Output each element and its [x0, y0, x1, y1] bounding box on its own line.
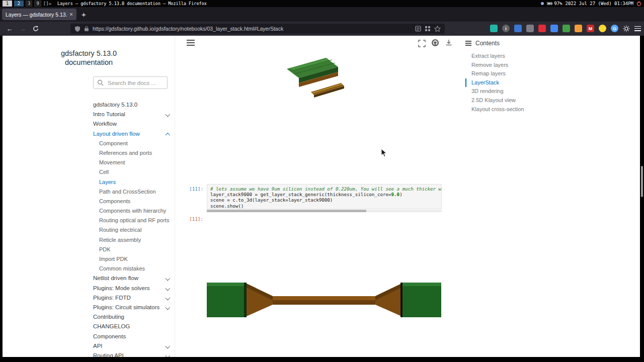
- sidebar-item-import-pdk[interactable]: Import PDK: [93, 254, 171, 264]
- tab-title: Layers — gdsfactory 5.13.0: [6, 12, 67, 18]
- url-text[interactable]: https://gdsfactory.github.io/gdsfactory/…: [93, 26, 412, 32]
- extension-icon-1[interactable]: [490, 25, 498, 32]
- sidebar-item-reticle-assembly[interactable]: Reticle assembly: [93, 235, 171, 245]
- chevron-down-icon[interactable]: [165, 343, 170, 348]
- sidebar-item-routing-electrical[interactable]: Routing electrical: [93, 225, 171, 235]
- chevron-down-icon[interactable]: [165, 295, 170, 300]
- system-tray: 97% 2022 Jul 27 (Wed) 01:34PM: [541, 1, 641, 6]
- extension-icon-8[interactable]: [575, 25, 582, 32]
- sidebar-item-layout-driven-flow[interactable]: Layout driven flow: [93, 129, 171, 139]
- doc-sidebar: gdsfactory 5.13.0 documentation gdsfacto…: [3, 36, 175, 357]
- workspace-3[interactable]: 3: [26, 1, 32, 7]
- toc-item-remove-layers[interactable]: Remove layers: [465, 61, 616, 70]
- chip-3d-render: [282, 52, 357, 108]
- extension-icon-7[interactable]: [562, 25, 570, 32]
- extension-icon-2[interactable]: i: [502, 25, 510, 32]
- doc-page: gdsfactory 5.13.0 documentation gdsfacto…: [3, 36, 640, 357]
- workspace-1[interactable]: 1: [3, 1, 12, 7]
- scrollbar-thumb[interactable]: [207, 210, 366, 212]
- window-title: Layers — gdsfactory 5.13.0 documentation…: [57, 1, 207, 6]
- extension-icon-9[interactable]: M: [587, 25, 594, 32]
- toc-item-layerstack[interactable]: LayerStack: [465, 78, 616, 87]
- sidebar-item-components-ref[interactable]: Components: [93, 332, 171, 341]
- sidebar-toggle-icon[interactable]: [187, 40, 195, 47]
- sidebar-item-intro-tutorial[interactable]: Intro Tutorial: [93, 110, 171, 119]
- sidebar-item-movement[interactable]: Movement: [93, 158, 171, 167]
- extension-icon-11[interactable]: G: [611, 25, 618, 32]
- sidebar-item-routing-api[interactable]: Routing API: [93, 351, 171, 357]
- extension-icon-5[interactable]: [538, 25, 546, 32]
- lock-icon[interactable]: [84, 26, 89, 32]
- battery-indicator: 97%: [547, 1, 562, 6]
- toc-item-extract-layers[interactable]: Extract layers: [465, 52, 616, 61]
- workspace-9[interactable]: 9: [34, 1, 41, 7]
- back-button[interactable]: ←: [4, 22, 15, 36]
- reload-button[interactable]: [30, 22, 41, 36]
- toc-item-remap-layers[interactable]: Remap layers: [465, 69, 616, 78]
- toc-header: Contents: [465, 39, 616, 47]
- chevron-down-icon[interactable]: [165, 112, 170, 117]
- power-icon[interactable]: [636, 1, 641, 6]
- clock: 2022 Jul 27 (Wed) 01:34PM: [566, 1, 633, 6]
- sidebar-item-changelog[interactable]: CHANGELOG: [93, 322, 171, 331]
- sidebar-item-path-crosssection[interactable]: Path and CrossSection: [93, 187, 171, 197]
- code-horizontal-scrollbar[interactable]: [207, 210, 442, 212]
- code-cell: # lets assume we have 9um silicon instea…: [207, 184, 442, 209]
- sidebar-item-common-mistakes[interactable]: Common mistakes: [93, 264, 171, 274]
- sidebar-item-gdsfactory[interactable]: gdsfactory 5.13.0: [93, 100, 171, 110]
- site-title[interactable]: gdsfactory 5.13.0 documentation: [3, 49, 175, 67]
- browser-viewport: gdsfactory 5.13.0 documentation gdsfacto…: [0, 36, 644, 357]
- extension-icon-4[interactable]: [526, 25, 534, 32]
- brightness-icon[interactable]: [623, 25, 630, 32]
- page-vertical-scrollbar[interactable]: [641, 166, 643, 197]
- cell-output-prompt: [11]:: [180, 216, 203, 222]
- extension-icon-10[interactable]: [599, 25, 606, 32]
- sidebar-item-cell[interactable]: Cell: [93, 167, 171, 177]
- fullscreen-icon[interactable]: [418, 40, 426, 47]
- extension-icon-6[interactable]: [550, 25, 558, 32]
- sidebar-item-component[interactable]: Component: [93, 139, 171, 148]
- menu-button[interactable]: [634, 25, 641, 32]
- toc-item-25d-klayout-view[interactable]: 2.5D Klayout view: [465, 96, 616, 105]
- sidebar-item-plugins-circuit-simulators[interactable]: Plugins: Circuit simulators: [93, 303, 171, 312]
- chevron-down-icon[interactable]: [165, 276, 170, 281]
- toc-item-klayout-cross-section[interactable]: Klayout cross-section: [465, 105, 616, 114]
- sidebar-item-plugins-fdtd[interactable]: Plugins: FDTD: [93, 293, 171, 303]
- sidebar-item-components[interactable]: Components: [93, 197, 171, 206]
- extension-icon-3[interactable]: [514, 25, 522, 32]
- bookmark-star-icon[interactable]: [434, 26, 441, 32]
- chevron-down-icon[interactable]: [165, 353, 170, 357]
- battery-icon: [547, 2, 552, 5]
- workspace-2[interactable]: 2: [14, 1, 24, 7]
- sidebar-item-pdk[interactable]: PDK: [93, 245, 171, 254]
- desktop: 1 2 3 9 []= Layers — gdsfactory 5.13.0 d…: [0, 0, 644, 362]
- search-box[interactable]: [93, 76, 168, 89]
- sidebar-item-layers[interactable]: Layers: [93, 177, 171, 187]
- toc-item-3d-rendering[interactable]: 3D rendering: [465, 87, 616, 96]
- sidebar-item-contributing[interactable]: Contributing: [93, 312, 171, 322]
- browser-tab[interactable]: Layers — gdsfactory 5.13.0 ×: [2, 9, 76, 20]
- apps-grid-icon[interactable]: [425, 26, 431, 32]
- reload-icon: [32, 25, 39, 32]
- forward-button[interactable]: →: [17, 22, 28, 36]
- chevron-up-icon[interactable]: [165, 133, 170, 137]
- sidebar-item-api[interactable]: API: [93, 341, 171, 351]
- github-icon[interactable]: [431, 39, 439, 47]
- sidebar-nav: gdsfactory 5.13.0 Intro Tutorial Workflo…: [93, 100, 171, 357]
- sidebar-item-routing-optical-rf[interactable]: Routing optical and RF ports: [93, 216, 171, 225]
- layout-indicator: []=: [43, 1, 51, 6]
- sidebar-item-references-and-ports[interactable]: References and ports: [93, 148, 171, 158]
- shield-icon[interactable]: [74, 26, 80, 32]
- sidebar-item-workflow[interactable]: Workflow: [93, 119, 171, 129]
- download-icon[interactable]: [445, 39, 452, 46]
- search-input[interactable]: [107, 79, 164, 86]
- chevron-down-icon[interactable]: [165, 305, 170, 310]
- reader-view-icon[interactable]: [415, 26, 421, 32]
- chevron-down-icon[interactable]: [165, 286, 170, 290]
- tab-close-icon[interactable]: ×: [67, 11, 73, 18]
- new-tab-button[interactable]: +: [82, 10, 86, 19]
- sidebar-item-components-hierarchy[interactable]: Components with hierarchy: [93, 206, 171, 216]
- sidebar-item-plugins-mode-solvers[interactable]: Plugins: Mode solvers: [93, 284, 171, 293]
- sidebar-item-netlist-driven-flow[interactable]: Netlist driven flow: [93, 274, 171, 283]
- url-bar[interactable]: https://gdsfactory.github.io/gdsfactory/…: [70, 24, 445, 34]
